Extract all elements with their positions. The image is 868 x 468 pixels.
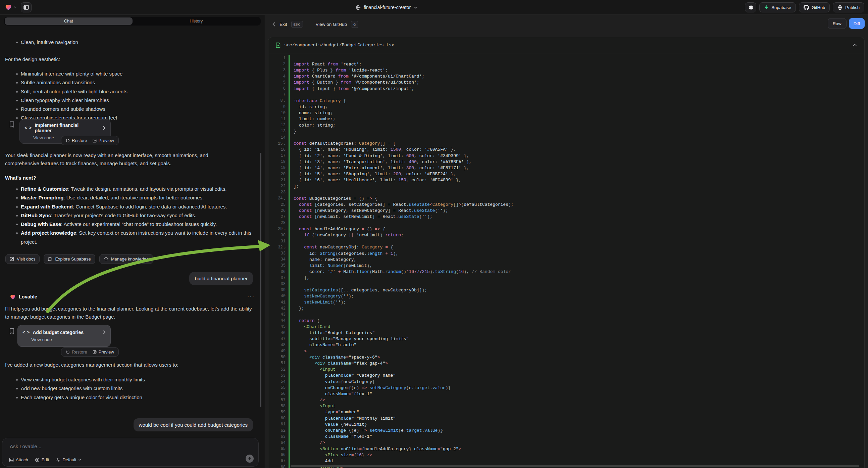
line-number: 59 bbox=[269, 410, 288, 415]
target-icon bbox=[35, 458, 39, 462]
version-card-add-budget-categories[interactable]: < > Add budget categories View code bbox=[18, 325, 111, 347]
fold-chevron-icon[interactable]: ⌄ bbox=[284, 197, 285, 200]
view-code-link[interactable]: View code bbox=[31, 337, 106, 342]
fold-chevron-icon[interactable]: ⌄ bbox=[284, 245, 285, 249]
code-line: 23 bbox=[269, 189, 864, 195]
chat-bubble-icon bbox=[48, 257, 52, 261]
edit-button[interactable]: Edit bbox=[35, 457, 49, 462]
line-number: 68 bbox=[269, 465, 288, 468]
tab-history[interactable]: History bbox=[132, 18, 260, 25]
chat-scrollbar[interactable] bbox=[260, 153, 261, 407]
logo-chevron-down-icon[interactable] bbox=[13, 5, 17, 9]
code-line: 29⌄ const handleAddCategory = () => { bbox=[269, 226, 864, 232]
line-number: 6 bbox=[269, 86, 288, 91]
prompt-input[interactable] bbox=[10, 443, 251, 449]
code-line: 19 { id: '4', name: 'Entertainment', lim… bbox=[269, 165, 864, 171]
model-selector[interactable]: Default bbox=[56, 457, 81, 462]
line-number: 15⌄ bbox=[269, 141, 288, 146]
code-icon: < > bbox=[25, 125, 31, 130]
line-number: 30 bbox=[269, 233, 288, 238]
code-line: 38 bbox=[269, 281, 864, 287]
send-button[interactable] bbox=[246, 455, 254, 463]
code-line: 10 name: string; bbox=[269, 110, 864, 116]
list-item: Master Prompting: Use clear, detailed, a… bbox=[16, 194, 253, 202]
line-number: 62 bbox=[269, 429, 288, 433]
code-line: 39 setCategories([...categories, newCate… bbox=[269, 287, 864, 293]
raw-button[interactable]: Raw bbox=[828, 18, 846, 29]
line-number: 63 bbox=[269, 434, 288, 439]
line-number: 3 bbox=[269, 68, 288, 72]
code-line: 43 bbox=[269, 312, 864, 318]
attach-button[interactable]: Attach bbox=[9, 457, 28, 462]
view-on-github-button[interactable]: View on GitHub bbox=[316, 22, 347, 27]
github-button[interactable]: GitHub bbox=[799, 2, 830, 12]
preview-button[interactable]: Preview bbox=[93, 350, 114, 354]
supabase-button[interactable]: Supabase bbox=[759, 2, 796, 12]
design-bullet-list: Minimalist interface with plenty of whit… bbox=[16, 69, 253, 122]
list-item: Refine & Customize: Tweak the design, an… bbox=[16, 185, 253, 194]
fold-chevron-icon[interactable]: ⌄ bbox=[284, 142, 285, 145]
preview-button[interactable]: Preview bbox=[93, 138, 114, 143]
fold-chevron-icon[interactable]: ⌄ bbox=[284, 99, 285, 103]
line-number: 44 bbox=[269, 318, 288, 323]
line-number: 2 bbox=[269, 62, 288, 66]
list-item: Soft, neutral color palette with light b… bbox=[16, 87, 253, 96]
restore-button[interactable]: Restore bbox=[66, 350, 87, 354]
chevron-left-icon[interactable] bbox=[273, 22, 276, 27]
ready-paragraph: Your sleek financial planner is now read… bbox=[5, 151, 238, 167]
code-line: 37 }; bbox=[269, 275, 864, 281]
code-line: 8⌄interface Category { bbox=[269, 98, 864, 104]
exit-button[interactable]: Exit bbox=[279, 22, 287, 27]
list-item: GitHub Sync: Transfer your project's cod… bbox=[16, 211, 253, 220]
code-line: 36 color: '#' + Math.floor(Math.random()… bbox=[269, 269, 864, 275]
model-label: Default bbox=[62, 457, 76, 462]
more-options-icon[interactable]: ··· bbox=[247, 294, 255, 300]
explore-supabase-button[interactable]: Explore Supabase bbox=[43, 254, 95, 264]
list-item: View existing budget categories with the… bbox=[16, 375, 253, 384]
code-line: 7 bbox=[269, 92, 864, 98]
line-number: 52 bbox=[269, 367, 288, 372]
settings-button[interactable] bbox=[745, 2, 756, 12]
code-editor[interactable]: 12import React from 'react';3import { Pl… bbox=[269, 53, 864, 468]
restore-icon bbox=[66, 139, 70, 143]
list-item: Subtle animations and transitions bbox=[16, 78, 253, 87]
external-link-icon bbox=[10, 257, 14, 261]
line-number: 19 bbox=[269, 166, 288, 170]
diff-button[interactable]: Diff bbox=[849, 18, 865, 29]
restore-icon bbox=[66, 350, 70, 354]
line-number: 47 bbox=[269, 337, 288, 342]
project-switcher[interactable]: financial-future-creator bbox=[355, 3, 417, 12]
code-line: 18 { id: '3', name: 'Transportation', li… bbox=[269, 159, 864, 165]
line-number: 12 bbox=[269, 123, 288, 127]
line-number: 43 bbox=[269, 312, 288, 317]
code-line: 57 /> bbox=[269, 397, 864, 403]
tab-chat[interactable]: Chat bbox=[5, 18, 132, 25]
assistant-name: Lovable bbox=[19, 294, 37, 299]
manage-knowledge-button[interactable]: Manage knowledge bbox=[99, 254, 153, 264]
restore-button[interactable]: Restore bbox=[66, 138, 87, 143]
quick-actions-row: Visit docs Explore Supabase Manage knowl… bbox=[5, 254, 153, 264]
chat-panel: Chat History Clean, intuitive navigation… bbox=[0, 15, 265, 468]
line-number: 13 bbox=[269, 129, 288, 134]
code-line: 48 className="h-auto" bbox=[269, 342, 864, 348]
publish-button[interactable]: Publish bbox=[833, 2, 864, 12]
attach-image-icon bbox=[9, 458, 14, 462]
file-header[interactable]: src/components/budget/BudgetCategories.t… bbox=[269, 37, 864, 53]
code-line: 15⌄const defaultCategories: Category[] =… bbox=[269, 141, 864, 147]
visit-docs-button[interactable]: Visit docs bbox=[5, 254, 39, 264]
code-line: 5import { Button } from '@/components/ui… bbox=[269, 80, 864, 86]
code-line: 47 subtitle="Manage your spending limits… bbox=[269, 336, 864, 342]
lovable-logo-icon[interactable] bbox=[4, 3, 12, 11]
bookmark-icon[interactable] bbox=[9, 121, 14, 128]
fold-chevron-icon[interactable]: ⌄ bbox=[284, 227, 285, 231]
code-icon: < > bbox=[23, 330, 29, 335]
collapse-chevron-up-icon[interactable] bbox=[852, 43, 857, 47]
line-number: 61 bbox=[269, 422, 288, 427]
sidebar-toggle-button[interactable] bbox=[21, 2, 32, 12]
code-line: 31 bbox=[269, 238, 864, 244]
code-line: 27 const [newLimit, setNewLimit] = React… bbox=[269, 214, 864, 220]
line-number: 48 bbox=[269, 343, 288, 348]
github-label: GitHub bbox=[812, 5, 825, 10]
code-horizontal-scrollbar[interactable] bbox=[290, 465, 859, 467]
bookmark-icon[interactable] bbox=[9, 328, 14, 335]
